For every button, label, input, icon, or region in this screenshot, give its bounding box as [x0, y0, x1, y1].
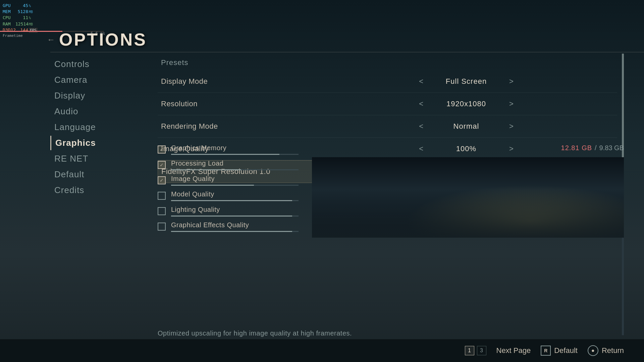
rendering-mode-value: Normal: [433, 122, 500, 131]
setting-row-rendering-mode: Rendering Mode < Normal >: [158, 115, 617, 138]
checkbox-graphical-effects-box[interactable]: [158, 223, 166, 231]
sidebar-nav: Controls Camera Display Audio Language G…: [50, 57, 100, 197]
graphics-memory-label: Graphics Memory: [171, 144, 299, 152]
return-button[interactable]: ● Return: [588, 345, 624, 356]
page-indicators: 1 3: [465, 346, 486, 355]
sidebar-item-graphics[interactable]: Graphics: [50, 136, 100, 150]
next-page-label: Next Page: [496, 346, 531, 355]
resolution-next[interactable]: >: [506, 98, 516, 110]
lighting-quality-group: Lighting Quality: [171, 206, 299, 217]
sidebar-item-audio[interactable]: Audio: [50, 104, 100, 119]
return-label: Return: [602, 346, 624, 355]
model-quality-bar-fill: [171, 200, 292, 201]
processing-load-group: Processing Load: [171, 160, 299, 170]
mem-unit: MB: [29, 10, 33, 14]
processing-load-bar-fill: [171, 169, 241, 170]
description-text: Optimized upscaling for high image quali…: [158, 329, 352, 337]
page-1-indicator[interactable]: 1: [465, 346, 474, 355]
rendering-mode-label: Rendering Mode: [161, 122, 315, 131]
default-key: R: [541, 346, 551, 356]
mem-value: 5128: [15, 9, 28, 15]
model-quality-group: Model Quality: [171, 190, 299, 201]
processing-load-label: Processing Load: [171, 160, 299, 167]
gpu-unit: %: [29, 4, 31, 8]
model-quality-label: Model Quality: [171, 190, 299, 198]
graphical-effects-bar: [171, 231, 299, 232]
graphical-effects-label: Graphical Effects Quality: [171, 221, 299, 229]
sidebar-item-language[interactable]: Language: [50, 120, 100, 134]
resolution-value: 644x362: [433, 100, 500, 108]
display-mode-control: < Full Screen >: [315, 76, 617, 87]
sidebar-item-camera[interactable]: Camera: [50, 73, 100, 87]
image-quality-group: Image Quality: [171, 175, 299, 186]
preview-image: [312, 157, 624, 238]
sidebar-item-credits[interactable]: Credits: [50, 183, 100, 197]
checkbox-model-quality: Model Quality: [158, 190, 299, 201]
d3d-value: 144: [15, 27, 28, 33]
checkbox-list: Graphics Memory Processing Load: [158, 144, 299, 238]
mem-separator: /: [595, 144, 597, 152]
cpu-value: 11: [15, 15, 28, 21]
back-arrow-icon[interactable]: ←: [47, 35, 55, 44]
default-label: Default: [554, 346, 578, 355]
lower-grid: Graphics Memory Processing Load: [158, 144, 624, 238]
display-mode-next[interactable]: >: [506, 76, 516, 87]
checkbox-lighting-quality: Lighting Quality: [158, 206, 299, 217]
preview-container: 12.81 GB / 9.83 GB: [312, 144, 624, 238]
display-mode-label: Display Mode: [161, 77, 315, 86]
mem-label: MEM: [3, 9, 15, 15]
checkbox-graphical-effects: Graphical Effects Quality: [158, 221, 299, 232]
lighting-quality-bar: [171, 216, 299, 217]
checkbox-graphics-memory: Graphics Memory: [158, 144, 299, 155]
checkbox-processing-load: Processing Load: [158, 160, 299, 170]
sidebar-item-display[interactable]: Display: [50, 88, 100, 103]
graphics-memory-bar-fill: [171, 154, 279, 155]
mem-total-value: 9.83 GB: [599, 144, 624, 152]
bottom-bar: 1 3 Next Page R Default ● Return: [0, 339, 644, 362]
presets-label: Presets: [158, 54, 617, 70]
checkbox-model-quality-box[interactable]: [158, 192, 166, 200]
rendering-mode-next[interactable]: >: [506, 121, 516, 132]
lighting-quality-label: Lighting Quality: [171, 206, 299, 214]
model-quality-bar: [171, 200, 299, 201]
cpu-label: CPU: [3, 15, 15, 21]
processing-load-bar: [171, 169, 299, 170]
checkbox-image-quality-box[interactable]: [158, 176, 166, 184]
lower-section: Graphics Memory Processing Load: [158, 144, 624, 238]
sidebar-item-re-net[interactable]: RE NET: [50, 152, 100, 166]
sidebar-item-default[interactable]: Default: [50, 167, 100, 182]
mem-display: 12.81 GB / 9.83 GB: [312, 144, 624, 152]
resolution-prev[interactable]: <: [416, 98, 426, 110]
display-mode-value: Full Screen: [433, 77, 500, 86]
setting-row-resolution: Resolution < 644x362 >: [158, 93, 617, 115]
preview-objects: [312, 189, 624, 238]
lighting-quality-bar-fill: [171, 216, 292, 217]
image-quality-checkbox-label: Image Quality: [171, 175, 299, 183]
mem-used-value: 12.81 GB: [561, 144, 592, 152]
header-divider: [50, 52, 644, 52]
default-button[interactable]: R Default: [541, 346, 578, 356]
display-mode-prev[interactable]: <: [416, 76, 426, 87]
page-title: OPTIONS: [59, 29, 147, 50]
image-quality-bar: [171, 185, 299, 186]
checkbox-lighting-quality-box[interactable]: [158, 207, 166, 215]
gpu-value: 45: [15, 3, 28, 9]
ram-value: 12514: [15, 21, 28, 27]
gpu-label: GPU: [3, 3, 15, 9]
checkbox-image-quality: Image Quality: [158, 175, 299, 186]
resolution-control: < 644x362 >: [315, 98, 617, 110]
next-page-button[interactable]: Next Page: [496, 346, 531, 355]
page-3-indicator[interactable]: 3: [477, 346, 486, 355]
frametime-label: Frametime: [3, 33, 23, 38]
d3d-label: D3D12: [3, 27, 15, 33]
checkbox-graphics-memory-box[interactable]: [158, 145, 166, 154]
main-content: GPU 45 % MEM 5128 MB CPU 11 % RAM 12514 …: [0, 0, 644, 362]
graphical-effects-group: Graphical Effects Quality: [171, 221, 299, 232]
checkbox-processing-load-box[interactable]: [158, 161, 166, 169]
fps-badge: FPS: [29, 28, 38, 33]
hud-stats: GPU 45 % MEM 5128 MB CPU 11 % RAM 12514 …: [3, 3, 38, 38]
graphics-memory-bar: [171, 154, 299, 155]
ram-unit: MB: [29, 22, 33, 27]
sidebar-item-controls[interactable]: Controls: [50, 57, 100, 71]
rendering-mode-prev[interactable]: <: [416, 121, 426, 132]
